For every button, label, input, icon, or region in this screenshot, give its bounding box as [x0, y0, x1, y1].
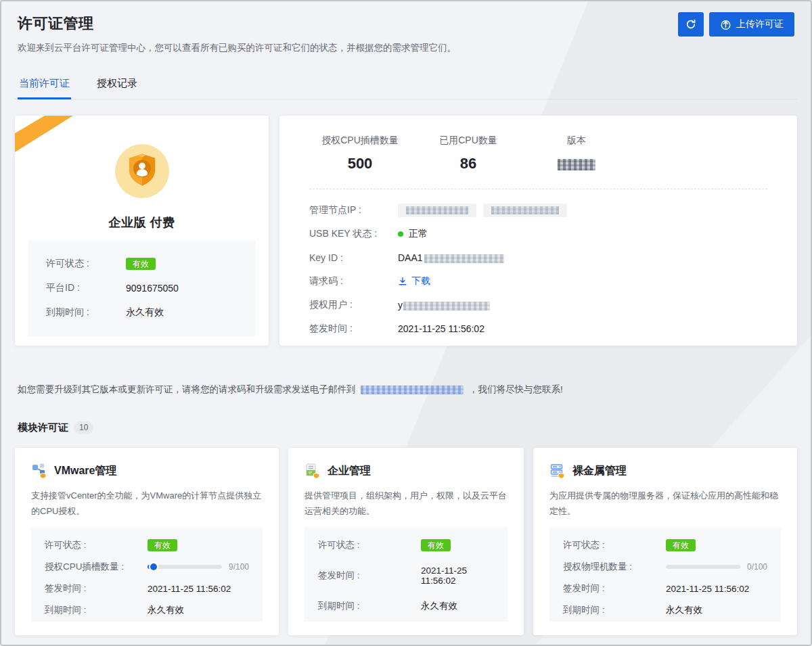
field-label: 管理节点IP : — [309, 204, 398, 216]
enterprise-icon — [304, 463, 321, 479]
field-label: 签发时间 : — [309, 323, 398, 335]
progress-dot — [150, 563, 157, 570]
field-label: 请求码 : — [309, 275, 398, 287]
expiry-value: 永久有效 — [126, 306, 164, 319]
field-label: 许可状态 : — [318, 539, 421, 551]
upload-license-button[interactable]: 上传许可证 — [709, 12, 794, 37]
field-label: 授权物理机数量 : — [563, 561, 666, 573]
module-card-enterprise: 企业管理 提供管理项目，组织架构，用户，权限，以及云平台运营相关的功能。 许可状… — [288, 448, 524, 635]
issue-time-value: 2021-11-25 11:56:02 — [666, 584, 749, 594]
upload-icon — [720, 19, 731, 30]
download-request-code-link[interactable]: 下载 — [398, 275, 430, 287]
field-row: 到期时间 : 永久有效 — [45, 603, 249, 617]
field-label: 到期时间 : — [318, 600, 421, 612]
ip-chip-redacted — [398, 204, 476, 217]
page-subtitle: 欢迎来到云平台许可证管理中心，您可以查看所有已购买的许可证和它们的状态，并根据您… — [18, 42, 794, 54]
module-info-box: 许可状态 : 有效 授权物理机数量 : 0/100 签发时间 : — [549, 527, 781, 622]
field-label: 到期时间 : — [45, 604, 148, 616]
module-count-badge: 10 — [74, 421, 93, 434]
download-icon — [398, 277, 407, 286]
field-row: 授权用户 : y — [309, 298, 767, 313]
field-label: 签发时间 : — [563, 582, 666, 595]
issue-time-value: 2021-11-25 11:56:02 — [148, 584, 231, 594]
refresh-button[interactable] — [678, 12, 704, 37]
upgrade-notice: 如您需要升级到其它版本或更新许可证，请将您的请求码和升级需求发送电子邮件到 ，我… — [15, 384, 797, 396]
module-info-box: 许可状态 : 有效 签发时间 : 2021-11-25 11:56:02 到期时… — [304, 527, 508, 622]
field-label: 到期时间 : — [563, 604, 666, 616]
progress-text: 9/100 — [229, 562, 249, 572]
module-title: 裸金属管理 — [572, 464, 627, 478]
platform-id-value: 9091675050 — [126, 283, 179, 294]
expiry-value: 永久有效 — [148, 604, 184, 616]
ip-chip-redacted — [483, 204, 567, 217]
field-row: 授权CPU插槽数量 : 9/100 — [45, 560, 249, 574]
status-badge: 有效 — [148, 539, 177, 551]
license-management-page: 许可证管理 欢迎来到云平台许可证管理中心，您可以查看所有已购买的许可证和它们的状… — [0, 0, 812, 646]
field-row: 签发时间 : 2021-11-25 11:56:02 — [563, 582, 767, 595]
notice-text-after: ，我们将尽快与您联系! — [469, 384, 563, 394]
field-row: 到期时间 : 永久有效 — [563, 603, 767, 617]
status-dot-icon — [398, 231, 403, 237]
license-detail-card: 授权CPU插槽数量 500 已用CPU数量 86 版本 管理节点IP — [279, 116, 797, 346]
module-card-vmware: VMware管理 支持接管vCenter的全功能，为VMware的计算节点提供独… — [15, 448, 279, 635]
stat-version: 版本 — [526, 135, 627, 172]
field-row: 签发时间 : 2021-11-25 11:56:02 — [45, 582, 249, 595]
stat-cpu-slots: 授权CPU插槽数量 500 — [309, 135, 411, 172]
stat-value: 500 — [309, 155, 411, 172]
field-row: 许可状态 : 有效 — [45, 538, 249, 552]
tab-authorization-records[interactable]: 授权记录 — [95, 72, 139, 99]
field-label: 到期时间 : — [46, 306, 126, 319]
field-label: 签发时间 : — [318, 570, 421, 582]
field-row: USB KEY 状态 : 正常 — [309, 227, 767, 241]
field-label: 许可状态 : — [46, 258, 126, 270]
field-label: Key ID : — [309, 252, 398, 263]
license-shield-avatar — [115, 144, 169, 198]
header-actions: 上传许可证 — [678, 12, 794, 37]
module-info-box: 许可状态 : 有效 授权CPU插槽数量 : 9/100 签发时间 — [31, 527, 263, 622]
field-row: 平台ID : 9091675050 — [46, 282, 238, 294]
usb-key-status: 正常 — [398, 228, 428, 240]
download-link-label: 下载 — [411, 275, 430, 287]
tab-current-license[interactable]: 当前许可证 — [18, 72, 71, 99]
license-edition-title: 企业版 付费 — [15, 214, 269, 231]
email-redacted — [361, 386, 464, 394]
module-section-header: 模块许可证 10 — [15, 421, 797, 434]
field-row: Key ID : DAA1 — [309, 250, 767, 265]
license-detail-fields: 管理节点IP : USB KEY 状态 : 正常 Key ID : DAA1 — [309, 203, 767, 336]
module-title: VMware管理 — [54, 464, 116, 478]
progress-track — [666, 565, 740, 569]
physical-machine-progress: 0/100 — [666, 562, 767, 572]
field-label: 签发时间 : — [45, 582, 148, 595]
shield-user-icon — [127, 153, 158, 189]
upload-button-label: 上传许可证 — [736, 18, 784, 30]
field-label: 授权CPU插槽数量 : — [45, 561, 148, 573]
issue-time-value: 2021-11-25 11:56:02 — [398, 323, 484, 334]
field-row: 请求码 : 下载 — [309, 274, 767, 289]
progress-track — [148, 565, 222, 569]
page-header: 许可证管理 欢迎来到云平台许可证管理中心，您可以查看所有已购买的许可证和它们的状… — [15, 1, 797, 54]
stat-label: 已用CPU数量 — [418, 135, 519, 147]
key-id-value: DAA1 — [398, 252, 504, 263]
management-node-ips — [398, 204, 567, 217]
module-card-baremetal: 裸金属管理 为应用提供专属的物理服务器，保证核心应用的高性能和稳定性。 许可状态… — [533, 448, 797, 635]
corner-ribbon — [15, 116, 103, 204]
field-label: USB KEY 状态 : — [309, 228, 398, 240]
field-row: 许可状态 : 有效 — [318, 538, 494, 552]
field-label: 授权用户 : — [309, 299, 398, 311]
progress-text: 0/100 — [747, 562, 767, 572]
field-row: 签发时间 : 2021-11-25 11:56:02 — [318, 566, 494, 586]
stat-used-cpu: 已用CPU数量 86 — [418, 135, 519, 172]
field-row: 到期时间 : 永久有效 — [318, 599, 494, 613]
field-row: 许可状态 : 有效 — [46, 258, 238, 270]
status-badge: 有效 — [666, 539, 696, 551]
field-label: 许可状态 : — [45, 539, 148, 551]
field-row: 到期时间 : 永久有效 — [46, 306, 238, 319]
field-row: 授权物理机数量 : 0/100 — [563, 560, 767, 574]
field-row: 签发时间 : 2021-11-25 11:56:02 — [309, 321, 767, 336]
license-stats: 授权CPU插槽数量 500 已用CPU数量 86 版本 — [309, 135, 767, 172]
status-badge: 有效 — [126, 258, 156, 270]
field-row: 管理节点IP : — [309, 203, 767, 218]
stat-label: 版本 — [526, 135, 627, 147]
baremetal-icon — [549, 463, 566, 479]
field-label: 平台ID : — [46, 282, 126, 294]
